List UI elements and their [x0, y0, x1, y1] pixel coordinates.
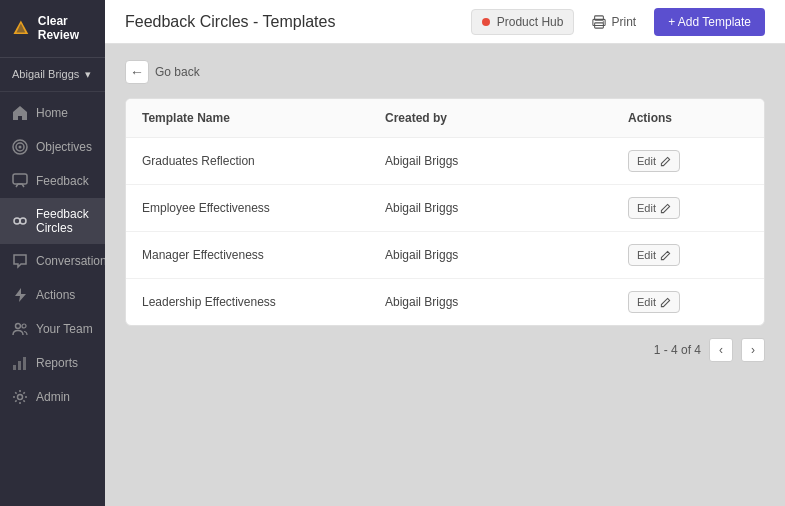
reports-icon	[12, 355, 28, 371]
sidebar-item-reports[interactable]: Reports	[0, 346, 105, 380]
edit-icon	[660, 156, 671, 167]
template-name: Employee Effectiveness	[142, 201, 385, 215]
gear-icon	[12, 389, 28, 405]
svg-point-4	[19, 145, 22, 148]
template-name: Leadership Effectiveness	[142, 295, 385, 309]
sidebar-item-feedback[interactable]: Feedback	[0, 164, 105, 198]
edit-button[interactable]: Edit	[628, 197, 680, 219]
table-header: Template Name Created by Actions	[126, 99, 764, 138]
nav-label-objectives: Objectives	[36, 140, 92, 154]
prev-page-button[interactable]: ‹	[709, 338, 733, 362]
created-by: Abigail Briggs	[385, 295, 628, 309]
app-name: Clear Review	[38, 14, 93, 43]
target-icon	[12, 139, 28, 155]
created-by: Abigail Briggs	[385, 201, 628, 215]
main-nav: Home Objectives Feedback Feedback Circle…	[0, 92, 105, 506]
sidebar-item-objectives[interactable]: Objectives	[0, 130, 105, 164]
next-page-button[interactable]: ›	[741, 338, 765, 362]
svg-point-7	[20, 218, 26, 224]
home-icon	[12, 105, 28, 121]
main-content: Feedback Circles - Templates Product Hub…	[105, 0, 785, 506]
page-header: Feedback Circles - Templates Product Hub…	[105, 0, 785, 44]
pagination: 1 - 4 of 4 ‹ ›	[125, 338, 765, 362]
pagination-info: 1 - 4 of 4	[654, 343, 701, 357]
sidebar-item-your-team[interactable]: Your Team	[0, 312, 105, 346]
edit-label: Edit	[637, 202, 656, 214]
sidebar: Clear Review Abigail Briggs ▾ Home Objec…	[0, 0, 105, 506]
back-navigation[interactable]: ← Go back	[125, 60, 765, 84]
product-hub-button[interactable]: Product Hub	[471, 9, 575, 35]
svg-point-13	[18, 394, 23, 399]
nav-label-feedback-circles: Feedback Circles	[36, 207, 93, 235]
sidebar-item-actions[interactable]: Actions	[0, 278, 105, 312]
app-logo[interactable]: Clear Review	[0, 0, 105, 58]
row-actions: Edit	[628, 291, 748, 313]
templates-table-card: Template Name Created by Actions Graduat…	[125, 98, 765, 326]
template-name: Graduates Reflection	[142, 154, 385, 168]
nav-label-actions: Actions	[36, 288, 75, 302]
svg-rect-11	[18, 361, 21, 370]
print-icon	[592, 15, 606, 29]
print-button[interactable]: Print	[584, 10, 644, 34]
nav-label-conversations: Conversations	[36, 254, 113, 268]
col-header-created-by: Created by	[385, 111, 628, 125]
svg-rect-10	[13, 365, 16, 370]
add-template-label: + Add Template	[668, 15, 751, 29]
user-chevron: ▾	[85, 68, 91, 81]
page-content: ← Go back Template Name Created by Actio…	[105, 44, 785, 506]
edit-button[interactable]: Edit	[628, 291, 680, 313]
nav-label-your-team: Your Team	[36, 322, 93, 336]
logo-icon	[12, 16, 30, 40]
edit-icon	[660, 297, 671, 308]
edit-label: Edit	[637, 249, 656, 261]
col-header-actions: Actions	[628, 111, 748, 125]
row-actions: Edit	[628, 150, 748, 172]
edit-button[interactable]: Edit	[628, 244, 680, 266]
product-hub-label: Product Hub	[497, 15, 564, 29]
dot-red-indicator	[482, 18, 490, 26]
row-actions: Edit	[628, 244, 748, 266]
header-actions: Product Hub Print + Add Template	[471, 8, 765, 36]
page-title: Feedback Circles - Templates	[125, 13, 335, 31]
row-actions: Edit	[628, 197, 748, 219]
svg-rect-5	[13, 174, 27, 184]
template-name: Manager Effectiveness	[142, 248, 385, 262]
circles-icon	[12, 213, 28, 229]
back-label: Go back	[155, 65, 200, 79]
created-by: Abigail Briggs	[385, 154, 628, 168]
nav-label-feedback: Feedback	[36, 174, 89, 188]
lightning-icon	[12, 287, 28, 303]
table-row: Manager Effectiveness Abigail Briggs Edi…	[126, 232, 764, 279]
print-label: Print	[611, 15, 636, 29]
svg-rect-12	[23, 357, 26, 370]
table-row: Leadership Effectiveness Abigail Briggs …	[126, 279, 764, 325]
sidebar-item-home[interactable]: Home	[0, 96, 105, 130]
svg-point-17	[603, 21, 604, 22]
team-icon	[12, 321, 28, 337]
svg-point-6	[14, 218, 20, 224]
edit-label: Edit	[637, 155, 656, 167]
edit-icon	[660, 203, 671, 214]
nav-label-admin: Admin	[36, 390, 70, 404]
created-by: Abigail Briggs	[385, 248, 628, 262]
edit-label: Edit	[637, 296, 656, 308]
back-arrow-button[interactable]: ←	[125, 60, 149, 84]
svg-point-8	[16, 323, 21, 328]
user-menu[interactable]: Abigail Briggs ▾	[0, 58, 105, 92]
table-row: Graduates Reflection Abigail Briggs Edit	[126, 138, 764, 185]
table-row: Employee Effectiveness Abigail Briggs Ed…	[126, 185, 764, 232]
sidebar-item-conversations[interactable]: Conversations	[0, 244, 105, 278]
nav-label-home: Home	[36, 106, 68, 120]
nav-label-reports: Reports	[36, 356, 78, 370]
user-name: Abigail Briggs	[12, 68, 79, 80]
svg-point-9	[22, 324, 26, 328]
col-header-name: Template Name	[142, 111, 385, 125]
chat-icon	[12, 253, 28, 269]
edit-button[interactable]: Edit	[628, 150, 680, 172]
edit-icon	[660, 250, 671, 261]
add-template-button[interactable]: + Add Template	[654, 8, 765, 36]
sidebar-item-admin[interactable]: Admin	[0, 380, 105, 414]
feedback-icon	[12, 173, 28, 189]
sidebar-item-feedback-circles[interactable]: Feedback Circles	[0, 198, 105, 244]
